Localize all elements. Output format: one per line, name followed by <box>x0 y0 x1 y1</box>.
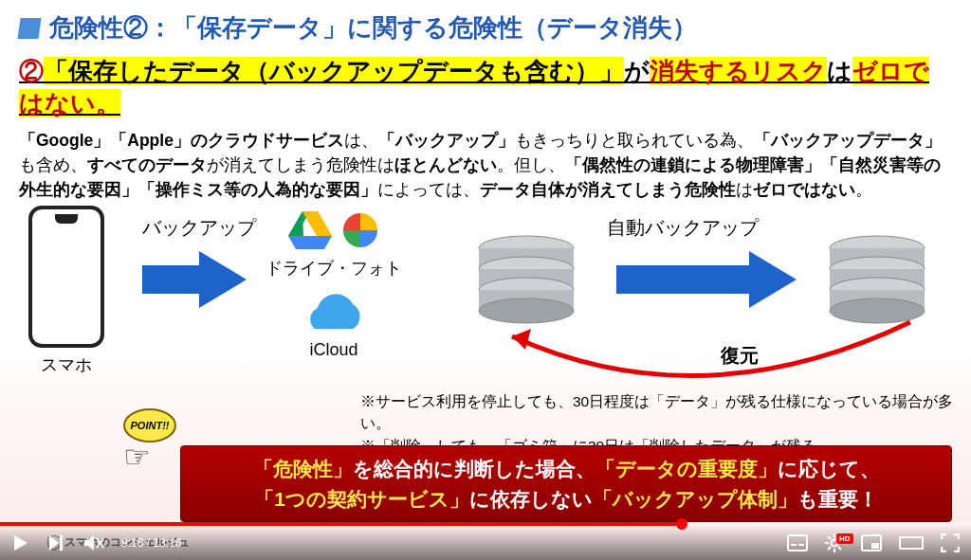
icloud-icon <box>301 291 367 334</box>
phone-label: スマホ <box>28 353 104 376</box>
footnote-1: ※サービス利用を停止しても、30日程度は「データ」が残る仕様になっている場合が多… <box>360 390 971 435</box>
title-bullet-icon <box>17 18 41 39</box>
point-badge: POINT!! ☞ <box>123 408 176 475</box>
phone-group: スマホ <box>28 206 104 376</box>
backup-label: バックアップ <box>142 215 256 241</box>
mute-button[interactable] <box>83 533 104 552</box>
svg-rect-32 <box>791 544 797 546</box>
google-photos-icon <box>341 211 379 249</box>
svg-line-41 <box>828 547 831 550</box>
google-drive-icon <box>288 211 332 249</box>
svg-rect-44 <box>871 543 879 549</box>
arrow-right-icon <box>142 251 247 308</box>
slide-body-text: 「Google」「Apple」のクラウドサービスは、「バックアップ」もきっちりと… <box>0 124 971 207</box>
pointing-hand-icon: ☞ <box>123 439 176 475</box>
svg-rect-27 <box>60 535 63 551</box>
slide-heading: ②「保存したデータ（バックアップデータも含む）」が消失するリスクはゼロではない。 <box>0 52 971 124</box>
svg-rect-31 <box>788 535 807 551</box>
svg-marker-16 <box>616 251 797 308</box>
drive-photo-label: ドライブ・フォト <box>266 257 402 280</box>
slide-title-bar: 危険性②：「保存データ」に関する危険性（データ消失） <box>0 0 971 52</box>
time-display: 9:18 / 13:16 <box>121 536 181 550</box>
svg-line-40 <box>838 547 841 550</box>
svg-marker-0 <box>142 251 247 308</box>
svg-marker-26 <box>49 535 59 551</box>
play-button[interactable] <box>11 533 30 552</box>
fullscreen-button[interactable] <box>941 533 960 552</box>
auto-backup-label: 自動バックアップ <box>607 215 759 241</box>
next-button[interactable] <box>47 533 66 552</box>
arrow-right-icon <box>616 251 797 308</box>
theater-mode-button[interactable] <box>899 534 924 551</box>
svg-marker-25 <box>14 535 27 551</box>
settings-button[interactable]: HD <box>825 533 844 552</box>
smartphone-icon <box>28 206 104 348</box>
point-bubble: POINT!! <box>123 408 176 443</box>
database-left-icon <box>474 234 578 329</box>
database-right-icon <box>825 234 929 329</box>
slide-title: 危険性②：「保存データ」に関する危険性（データ消失） <box>49 11 697 45</box>
miniplayer-button[interactable] <box>861 534 882 551</box>
summary-box: 「危険性」を総合的に判断した場合、「データの重要度」に応じて、 「1つの契約サー… <box>180 445 952 522</box>
svg-marker-28 <box>84 535 94 551</box>
video-controls: 9:18 / 13:16 HD <box>0 526 971 560</box>
subtitles-button[interactable] <box>787 534 808 551</box>
svg-line-39 <box>828 536 831 539</box>
icloud-label: iCloud <box>266 340 402 360</box>
svg-marker-24 <box>512 329 531 350</box>
svg-rect-45 <box>900 537 923 549</box>
restore-label: 復元 <box>721 343 759 369</box>
svg-rect-33 <box>798 544 804 546</box>
restore-arrow-icon <box>484 317 920 384</box>
hd-badge: HD <box>836 533 853 544</box>
svg-marker-6 <box>302 211 332 236</box>
cloud-services-group: ドライブ・フォト iCloud <box>266 206 402 360</box>
svg-marker-7 <box>288 211 303 236</box>
